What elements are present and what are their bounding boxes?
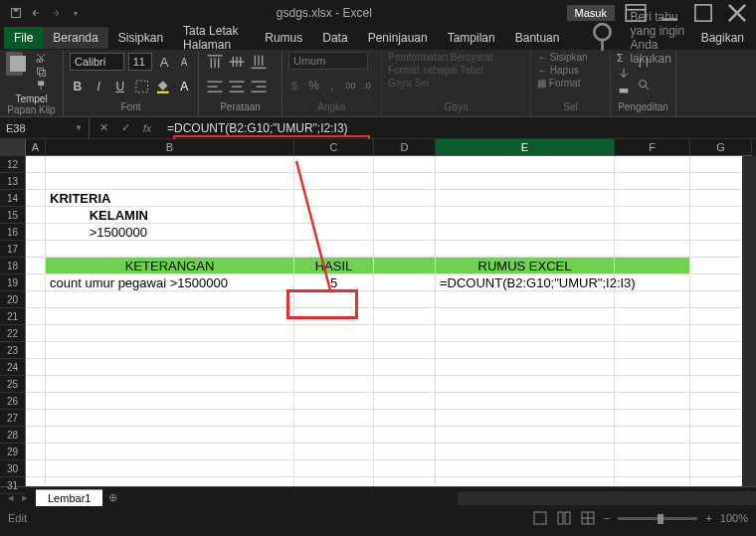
delete-cells-button[interactable]: ← Hapus	[537, 65, 604, 76]
cell[interactable]	[436, 427, 615, 444]
cell[interactable]	[374, 291, 436, 308]
cell[interactable]	[374, 393, 436, 410]
row-header[interactable]: 21	[0, 308, 25, 325]
cell[interactable]	[374, 241, 436, 258]
cell[interactable]	[46, 342, 294, 359]
vertical-scrollbar[interactable]	[742, 156, 756, 486]
cell[interactable]	[374, 460, 436, 477]
select-all-corner[interactable]	[0, 139, 25, 156]
cell[interactable]	[436, 207, 615, 224]
cell[interactable]	[294, 477, 374, 486]
cell[interactable]	[294, 427, 374, 444]
row-header[interactable]: 25	[0, 376, 25, 393]
row-header[interactable]: 26	[0, 393, 25, 410]
cell[interactable]	[615, 342, 690, 359]
cell[interactable]	[615, 173, 690, 190]
col-header-C[interactable]: C	[294, 139, 374, 156]
row-header[interactable]: 27	[0, 410, 25, 427]
fx-icon[interactable]: fx	[137, 122, 157, 134]
cell[interactable]	[374, 410, 436, 427]
cell[interactable]: RUMUS EXCEL	[436, 258, 615, 274]
cell[interactable]	[615, 291, 690, 308]
align-mid-icon[interactable]	[227, 52, 247, 72]
cell[interactable]	[436, 308, 615, 325]
cell[interactable]	[615, 207, 690, 224]
cell[interactable]	[46, 460, 294, 477]
cell[interactable]	[46, 444, 294, 460]
fill-icon[interactable]	[617, 67, 631, 81]
clear-icon[interactable]	[617, 82, 631, 95]
cell[interactable]	[374, 156, 436, 173]
row-header[interactable]: 18	[0, 258, 25, 274]
cell[interactable]	[294, 460, 374, 477]
sheet-tab-1[interactable]: Lembar1	[36, 489, 102, 506]
align-top-icon[interactable]	[205, 52, 225, 72]
row-header[interactable]: 17	[0, 241, 25, 258]
cell[interactable]	[436, 359, 615, 376]
cell[interactable]	[26, 224, 46, 241]
percent-icon[interactable]: %	[306, 76, 322, 95]
dec-decimal-icon[interactable]: .0	[359, 76, 375, 95]
row-header[interactable]: 22	[0, 325, 25, 342]
cell[interactable]	[615, 325, 690, 342]
sort-filter-icon[interactable]	[637, 56, 651, 70]
cell[interactable]	[26, 291, 46, 308]
cell[interactable]	[436, 325, 615, 342]
cell[interactable]	[26, 258, 46, 274]
enter-formula-icon[interactable]: ✓	[115, 121, 135, 134]
cell[interactable]	[26, 460, 46, 477]
cell[interactable]	[374, 173, 436, 190]
col-header-D[interactable]: D	[374, 139, 436, 156]
cell[interactable]	[46, 427, 294, 444]
cell[interactable]	[374, 477, 436, 486]
cell[interactable]	[436, 342, 615, 359]
cell[interactable]	[294, 393, 374, 410]
row-header[interactable]: 12	[0, 156, 25, 173]
cell[interactable]	[615, 444, 690, 460]
border-icon[interactable]	[134, 77, 150, 96]
cell[interactable]	[374, 274, 436, 291]
cell[interactable]: 5	[294, 274, 374, 291]
number-format-select[interactable]: Umum	[288, 52, 368, 70]
paste-button[interactable]: Tempel	[6, 52, 57, 104]
cell[interactable]	[294, 342, 374, 359]
cell[interactable]	[46, 173, 294, 190]
cell[interactable]	[436, 376, 615, 393]
cell[interactable]	[294, 224, 374, 241]
col-header-E[interactable]: E	[436, 139, 615, 156]
row-header[interactable]: 19	[0, 274, 25, 291]
cell[interactable]	[615, 241, 690, 258]
cell[interactable]	[436, 291, 615, 308]
format-table-button[interactable]: Format sebagai Tabel	[388, 65, 524, 76]
qat-dropdown-icon[interactable]: ▾	[70, 7, 82, 19]
cell[interactable]	[46, 156, 294, 173]
cell[interactable]	[615, 308, 690, 325]
cell[interactable]	[374, 190, 436, 207]
cell[interactable]: =DCOUNT(B2:G10;"UMUR";I2:I3)	[436, 274, 615, 291]
cell[interactable]	[374, 342, 436, 359]
cell[interactable]: KRITERIA	[46, 190, 294, 207]
undo-icon[interactable]	[30, 7, 42, 19]
inc-decimal-icon[interactable]: .00	[341, 76, 357, 95]
row-header[interactable]: 23	[0, 342, 25, 359]
cell[interactable]	[294, 444, 374, 460]
new-sheet-icon[interactable]: ⊕	[102, 491, 122, 504]
cell[interactable]: KELAMIN	[46, 207, 294, 224]
cell[interactable]	[294, 308, 374, 325]
cell[interactable]	[374, 258, 436, 274]
share-button[interactable]: Bagikan	[697, 31, 752, 45]
cell[interactable]	[436, 477, 615, 486]
cell[interactable]: >1500000	[46, 224, 294, 241]
zoom-in-icon[interactable]: +	[705, 512, 711, 524]
cell[interactable]	[615, 376, 690, 393]
cell[interactable]	[615, 460, 690, 477]
cell[interactable]	[615, 258, 690, 274]
cell[interactable]	[26, 156, 46, 173]
cell[interactable]	[294, 173, 374, 190]
cell[interactable]	[294, 156, 374, 173]
cell[interactable]	[26, 359, 46, 376]
cell[interactable]	[436, 173, 615, 190]
zoom-out-icon[interactable]: −	[604, 512, 610, 524]
bold-button[interactable]: B	[70, 77, 86, 96]
cell[interactable]	[26, 444, 46, 460]
